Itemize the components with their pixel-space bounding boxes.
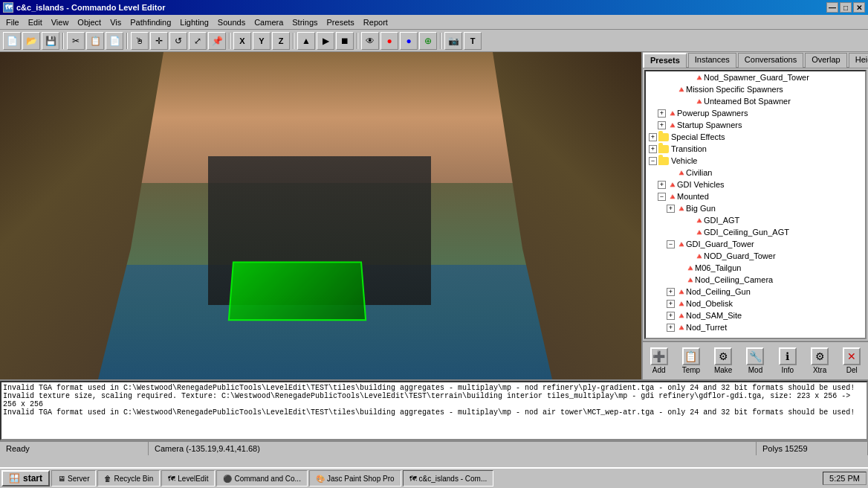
toolbar-up[interactable]: ▲ bbox=[297, 32, 315, 50]
expander-big-gun[interactable]: + bbox=[667, 205, 675, 213]
tree-item-startup-spawners[interactable]: + 🔺 Startup Spawners bbox=[646, 119, 865, 131]
expander-transition[interactable]: + bbox=[649, 145, 657, 153]
toolbar-select[interactable]: 🖱 bbox=[131, 32, 149, 50]
menu-strings[interactable]: Strings bbox=[288, 16, 322, 28]
toolbar-place[interactable]: 📌 bbox=[208, 32, 226, 50]
tree-item-gdi-ceiling-gun-agt[interactable]: 🔺 GDI_Ceiling_Gun_AGT bbox=[646, 226, 865, 238]
menu-edit[interactable]: Edit bbox=[24, 16, 47, 28]
tree-item-mounted[interactable]: − 🔺 Mounted bbox=[646, 190, 865, 202]
menu-view[interactable]: View bbox=[47, 16, 74, 28]
expander-special-effects[interactable]: + bbox=[649, 133, 657, 141]
tab-instances[interactable]: Instances bbox=[688, 53, 736, 68]
flame-icon: 🔺 bbox=[667, 121, 675, 129]
toolbar-cut[interactable]: ✂ bbox=[67, 32, 85, 50]
tab-conversations[interactable]: Conversations bbox=[738, 53, 803, 68]
menu-presets[interactable]: Presets bbox=[323, 16, 359, 28]
minimize-button[interactable]: — bbox=[826, 2, 838, 13]
tab-overlap[interactable]: Overlap bbox=[805, 53, 847, 68]
close-button[interactable]: ✕ bbox=[853, 2, 865, 13]
toolbar-scale[interactable]: ⤢ bbox=[189, 32, 207, 50]
toolbar-y[interactable]: Y bbox=[253, 32, 271, 50]
taskbar-leveledit[interactable]: 🗺 LevelEdit bbox=[161, 470, 215, 487]
tree-item-nod-obelisk[interactable]: + 🔺 Nod_Obelisk bbox=[646, 298, 865, 309]
toolbar-move[interactable]: ✛ bbox=[150, 32, 168, 50]
tree-item-mission-spawners[interactable]: 🔺 Mission Specific Spawners bbox=[646, 83, 865, 95]
toolbar-paste[interactable]: 📄 bbox=[106, 32, 123, 50]
toolbar-x[interactable]: X bbox=[233, 32, 251, 50]
tree-item-powerup-spawners[interactable]: + 🔺 Powerup Spawners bbox=[646, 107, 865, 119]
xtra-button[interactable]: ⚙ Xtra bbox=[806, 347, 832, 374]
maximize-button[interactable]: □ bbox=[840, 2, 852, 13]
tree-item-nod-ceiling-camera[interactable]: 🔺 Nod_Ceiling_Camera bbox=[646, 274, 865, 286]
expander-mounted[interactable]: − bbox=[658, 193, 666, 201]
menu-lighting[interactable]: Lighting bbox=[175, 16, 213, 28]
tree-item-m06-tailgun[interactable]: 🔺 M06_Tailgun bbox=[646, 262, 865, 274]
expander-gdi-guard-tower[interactable]: − bbox=[667, 240, 675, 248]
expander-nod-ceiling-gun[interactable]: + bbox=[667, 288, 675, 296]
toolbar-copy[interactable]: 📋 bbox=[86, 32, 104, 50]
menu-pathfinding[interactable]: Pathfinding bbox=[126, 16, 175, 28]
expander-gdi-vehicles[interactable]: + bbox=[658, 181, 666, 189]
add-button[interactable]: ➕ Add bbox=[646, 347, 672, 374]
menu-report[interactable]: Report bbox=[359, 16, 392, 28]
expander-startup[interactable]: + bbox=[658, 121, 666, 129]
taskbar-jasc[interactable]: 🎨 Jasc Paint Shop Pro bbox=[309, 470, 401, 487]
toolbar-eye[interactable]: 👁 bbox=[361, 32, 379, 50]
expander-nod-sam-site[interactable]: + bbox=[667, 312, 675, 320]
taskbar-c&c[interactable]: 🗺 c&c_islands - Com... bbox=[403, 470, 494, 487]
tree-item-big-gun[interactable]: + 🔺 Big Gun bbox=[646, 202, 865, 214]
tree-container: 🔺 Nod_Spawner_Guard_Tower 🔺 Mission Spec… bbox=[644, 70, 867, 339]
flame-icon: 🔺 bbox=[694, 73, 702, 82]
toolbar-play[interactable]: ▶ bbox=[317, 32, 334, 50]
tree-item-gdi-agt[interactable]: 🔺 GDI_AGT bbox=[646, 214, 865, 226]
toolbar-red[interactable]: ● bbox=[380, 32, 398, 50]
menu-vis[interactable]: Vis bbox=[106, 16, 126, 28]
toolbar-z[interactable]: Z bbox=[272, 32, 290, 50]
toolbar-new[interactable]: 📄 bbox=[3, 32, 21, 50]
menu-camera[interactable]: Camera bbox=[250, 16, 288, 28]
tree-item-nod-turret[interactable]: + 🔺 Nod_Turret bbox=[646, 321, 865, 333]
expander-nod-obelisk[interactable]: + bbox=[667, 300, 675, 308]
temp-button[interactable]: 📋 Temp bbox=[678, 347, 704, 374]
toolbar-text[interactable]: T bbox=[464, 32, 482, 50]
info-button[interactable]: ℹ Info bbox=[774, 347, 800, 374]
tree-item-gdi-guard-tower[interactable]: − 🔺 GDI_Guard_Tower bbox=[646, 238, 865, 250]
tree-item-special-effects[interactable]: + Special Effects bbox=[646, 131, 865, 143]
del-button[interactable]: ✕ Del bbox=[839, 347, 865, 374]
toolbar-stop[interactable]: ⏹ bbox=[336, 32, 354, 50]
tree-item-nod-sam-site[interactable]: + 🔺 Nod_SAM_Site bbox=[646, 309, 865, 321]
tab-heightfield[interactable]: Heightfield bbox=[849, 53, 868, 68]
taskbar-recycle[interactable]: 🗑 Recycle Bin bbox=[97, 470, 160, 487]
make-button[interactable]: ⚙ Make bbox=[710, 347, 736, 374]
tree-item-gdi-vehicles[interactable]: + 🔺 GDI Vehicles bbox=[646, 179, 865, 190]
menu-sounds[interactable]: Sounds bbox=[213, 16, 250, 28]
taskbar-command[interactable]: ⚫ Command and Co... bbox=[216, 470, 308, 487]
viewport[interactable] bbox=[0, 52, 641, 379]
tree-list[interactable]: 🔺 Nod_Spawner_Guard_Tower 🔺 Mission Spec… bbox=[644, 70, 867, 339]
tree-item-vehicle[interactable]: − Vehicle bbox=[646, 155, 865, 167]
titlebar-controls[interactable]: — □ ✕ bbox=[826, 2, 865, 13]
toolbar-green[interactable]: ⊕ bbox=[419, 32, 437, 50]
toolbar-save[interactable]: 💾 bbox=[42, 32, 59, 50]
toolbar-blue[interactable]: ● bbox=[400, 32, 418, 50]
expander-vehicle[interactable]: − bbox=[649, 157, 657, 165]
toolbar-open[interactable]: 📂 bbox=[22, 32, 40, 50]
tree-item-nod-spawner[interactable]: 🔺 Nod_Spawner_Guard_Tower bbox=[646, 71, 865, 83]
tree-item-transition[interactable]: + Transition bbox=[646, 143, 865, 155]
tree-item-nod-guard-tower[interactable]: 🔺 NOD_Guard_Tower bbox=[646, 250, 865, 262]
tree-item-nod-ceiling-gun[interactable]: + 🔺 Nod_Ceiling_Gun bbox=[646, 286, 865, 298]
mod-button[interactable]: 🔧 Mod bbox=[742, 347, 768, 374]
log-area[interactable]: Invalid TGA format used in C:\Westwood\R… bbox=[0, 381, 868, 440]
item-label: M06_Tailgun bbox=[695, 263, 741, 272]
expander-nod-turret[interactable]: + bbox=[667, 324, 675, 332]
menu-file[interactable]: File bbox=[1, 16, 24, 28]
taskbar-server[interactable]: 🖥 Server bbox=[51, 470, 96, 487]
expander-powerup[interactable]: + bbox=[658, 109, 666, 118]
tab-presets[interactable]: Presets bbox=[643, 53, 687, 68]
tree-item-unteamed-bot[interactable]: 🔺 Unteamed Bot Spawner bbox=[646, 95, 865, 107]
tree-item-civilian[interactable]: 🔺 Civilian bbox=[646, 167, 865, 179]
toolbar-camera[interactable]: 📷 bbox=[444, 32, 462, 50]
toolbar-rotate[interactable]: ↺ bbox=[169, 32, 187, 50]
start-button[interactable]: 🪟 start bbox=[1, 470, 50, 487]
menu-object[interactable]: Object bbox=[73, 16, 106, 28]
